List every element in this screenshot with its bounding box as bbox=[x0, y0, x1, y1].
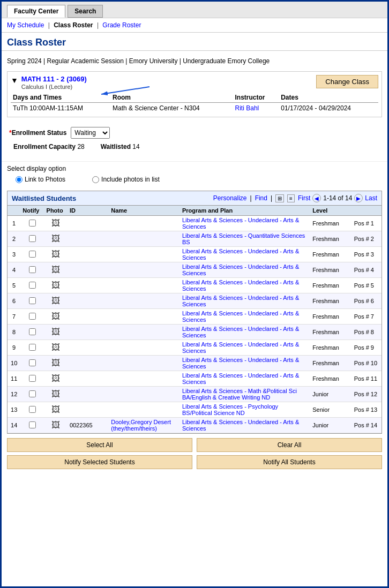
student-level-cell: Freshman bbox=[310, 262, 351, 278]
student-program-link[interactable]: Liberal Arts & Sciences - Undeclared - A… bbox=[182, 310, 299, 323]
notify-checkbox[interactable] bbox=[29, 313, 36, 320]
student-photo-icon[interactable]: 🖼 bbox=[51, 312, 60, 321]
student-photo-icon[interactable]: 🖼 bbox=[51, 218, 60, 228]
find-link[interactable]: Find bbox=[255, 194, 267, 202]
student-pos-cell: Pos # 9 bbox=[352, 340, 381, 356]
enrollment-status-select[interactable]: WaitingEnrolledDropped bbox=[71, 127, 110, 139]
notify-checkbox[interactable] bbox=[29, 375, 36, 382]
radio-link-to-photos-input[interactable] bbox=[16, 176, 23, 183]
student-photo-icon[interactable]: 🖼 bbox=[51, 265, 60, 274]
select-all-button[interactable]: Select All bbox=[7, 438, 192, 452]
student-program-link[interactable]: Liberal Arts & Sciences - Quantitative S… bbox=[182, 232, 305, 245]
faculty-center-tab[interactable]: Faculty Center bbox=[7, 5, 65, 18]
schedule-dates: 01/17/2024 - 04/29/2024 bbox=[279, 103, 378, 114]
notify-checkbox[interactable] bbox=[29, 421, 36, 428]
class-name-link[interactable]: MATH 111 - 2 (3069) bbox=[21, 75, 87, 83]
student-program-link[interactable]: Liberal Arts & Sciences - Undeclared - A… bbox=[182, 341, 299, 354]
student-num: 9 bbox=[8, 340, 20, 356]
search-tab[interactable]: Search bbox=[68, 5, 103, 18]
student-pos-cell: Pos # 1 bbox=[352, 216, 381, 231]
student-photo-icon[interactable]: 🖼 bbox=[51, 296, 60, 305]
view-icon-1[interactable]: ⊞ bbox=[275, 194, 284, 202]
notify-checkbox[interactable] bbox=[29, 235, 36, 242]
student-name-cell bbox=[109, 231, 180, 247]
student-program-cell: Liberal Arts & Sciences - Undeclared - A… bbox=[180, 293, 310, 309]
change-class-button[interactable]: Change Class bbox=[316, 75, 378, 88]
student-photo-icon[interactable]: 🖼 bbox=[51, 405, 60, 414]
student-photo-icon[interactable]: 🖼 bbox=[51, 420, 60, 429]
next-page-btn[interactable]: ▶ bbox=[354, 194, 363, 202]
table-row: 3 🖼 Liberal Arts & Sciences - Undeclared… bbox=[8, 247, 381, 262]
student-pos-cell: Pos # 10 bbox=[352, 356, 381, 371]
notify-checkbox[interactable] bbox=[29, 251, 36, 258]
notify-selected-button[interactable]: Notify Selected Students bbox=[7, 455, 192, 469]
notify-checkbox[interactable] bbox=[29, 359, 36, 366]
student-program-cell: Liberal Arts & Sciences - Undeclared - A… bbox=[180, 356, 310, 371]
student-id-cell bbox=[68, 262, 109, 278]
table-row: 10 🖼 Liberal Arts & Sciences - Undeclare… bbox=[8, 356, 381, 371]
table-row: 9 🖼 Liberal Arts & Sciences - Undeclared… bbox=[8, 340, 381, 356]
table-row: 2 🖼 Liberal Arts & Sciences - Quantitati… bbox=[8, 231, 381, 247]
student-program-link[interactable]: Liberal Arts & Sciences - Math &Politica… bbox=[182, 388, 297, 401]
radio-row: Link to Photos Include photos in list bbox=[7, 176, 382, 183]
sep2: | bbox=[97, 21, 100, 29]
student-photo-icon[interactable]: 🖼 bbox=[51, 374, 60, 383]
last-link[interactable]: Last bbox=[365, 194, 377, 202]
student-level-cell: Freshman bbox=[310, 371, 351, 387]
student-program-link[interactable]: Liberal Arts & Sciences - Undeclared - A… bbox=[182, 217, 299, 230]
collapse-triangle-icon[interactable]: ▼ bbox=[11, 76, 18, 85]
notify-all-button[interactable]: Notify All Students bbox=[197, 455, 382, 469]
student-photo-cell: 🖼 bbox=[44, 325, 68, 340]
student-program-link[interactable]: Liberal Arts & Sciences - Undeclared - A… bbox=[182, 295, 299, 307]
capacity-num: 28 bbox=[77, 143, 84, 150]
student-pos-cell: Pos # 2 bbox=[352, 231, 381, 247]
student-photo-cell: 🖼 bbox=[44, 231, 68, 247]
student-photo-icon[interactable]: 🖼 bbox=[51, 343, 60, 352]
instructor-link[interactable]: Riti Bahl bbox=[235, 104, 259, 112]
student-program-link[interactable]: Liberal Arts & Sciences - Undeclared - A… bbox=[182, 263, 299, 276]
col-header-photo: Photo bbox=[44, 206, 68, 216]
radio-include-photos[interactable]: Include photos in list bbox=[92, 176, 160, 183]
col-header-program: Program and Plan bbox=[180, 206, 310, 216]
student-photo-icon[interactable]: 🖼 bbox=[51, 327, 60, 336]
student-program-link[interactable]: Liberal Arts & Sciences - Undeclared - A… bbox=[182, 372, 299, 385]
student-photo-icon[interactable]: 🖼 bbox=[51, 281, 60, 290]
class-roster-link[interactable]: Class Roster bbox=[54, 21, 93, 29]
radio-link-to-photos[interactable]: Link to Photos bbox=[16, 176, 65, 183]
notify-checkbox[interactable] bbox=[29, 328, 36, 335]
radio-include-photos-input[interactable] bbox=[92, 176, 99, 183]
student-num: 8 bbox=[8, 325, 20, 340]
notify-checkbox[interactable] bbox=[29, 282, 36, 289]
notify-checkbox[interactable] bbox=[29, 266, 36, 273]
notify-checkbox[interactable] bbox=[29, 220, 36, 227]
student-name-link[interactable]: Dooley,Gregory Desert(they/them/theirs) bbox=[111, 419, 171, 432]
student-program-link[interactable]: Liberal Arts & Sciences - Undeclared - A… bbox=[182, 326, 299, 338]
clear-all-button[interactable]: Clear All bbox=[197, 438, 382, 452]
student-photo-icon[interactable]: 🖼 bbox=[51, 250, 60, 259]
student-program-link[interactable]: Liberal Arts & Sciences - Psychology BS/… bbox=[182, 403, 278, 416]
student-photo-icon[interactable]: 🖼 bbox=[51, 358, 60, 367]
student-program-link[interactable]: Liberal Arts & Sciences - Undeclared - A… bbox=[182, 357, 299, 370]
student-notify-cell bbox=[20, 402, 44, 418]
my-schedule-link[interactable]: My Schedule bbox=[7, 21, 44, 29]
notify-checkbox[interactable] bbox=[29, 344, 36, 351]
student-photo-icon[interactable]: 🖼 bbox=[51, 389, 60, 398]
prev-page-btn[interactable]: ◀ bbox=[312, 194, 321, 202]
student-program-link[interactable]: Liberal Arts & Sciences - Undeclared - A… bbox=[182, 248, 299, 261]
svg-line-1 bbox=[101, 87, 149, 94]
display-option-section: Select display option Link to Photos Inc… bbox=[2, 161, 387, 186]
notify-checkbox[interactable] bbox=[29, 297, 36, 304]
student-program-link[interactable]: Liberal Arts & Sciences - Undeclared - A… bbox=[182, 279, 299, 292]
view-icon-2[interactable]: ≡ bbox=[287, 194, 295, 202]
notify-checkbox[interactable] bbox=[29, 390, 36, 397]
student-notify-cell bbox=[20, 231, 44, 247]
student-notify-cell bbox=[20, 262, 44, 278]
notify-checkbox[interactable] bbox=[29, 406, 36, 413]
student-pos-cell: Pos # 8 bbox=[352, 325, 381, 340]
student-photo-cell: 🖼 bbox=[44, 371, 68, 387]
personalize-link[interactable]: Personalize bbox=[213, 194, 247, 202]
grade-roster-link[interactable]: Grade Roster bbox=[102, 21, 141, 29]
first-link[interactable]: First bbox=[298, 194, 310, 202]
student-program-link[interactable]: Liberal Arts & Sciences - Undeclared - A… bbox=[182, 419, 299, 432]
student-photo-icon[interactable]: 🖼 bbox=[51, 234, 60, 243]
